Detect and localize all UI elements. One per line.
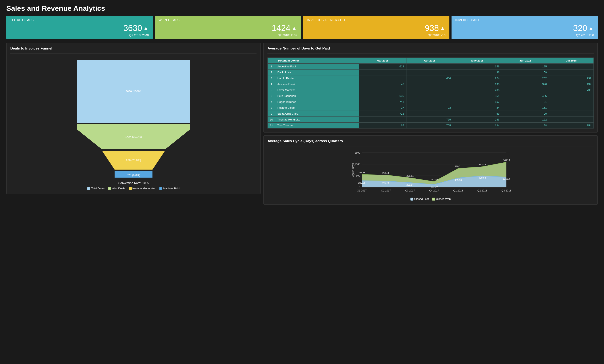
cell-value: 47 <box>359 81 406 87</box>
svg-text:320 (8.8%): 320 (8.8%) <box>127 174 140 177</box>
cell-value <box>549 93 594 99</box>
legend-label: Invoices Paid <box>163 187 179 190</box>
legend-label: Invoices Generated <box>132 187 156 190</box>
kpi-label: TOTAL DEALS <box>10 18 149 22</box>
table-header[interactable]: Mar 2018 <box>359 58 406 64</box>
row-name: Thomas Mondrake <box>275 117 359 123</box>
trend-up-icon: ▲ <box>440 25 446 32</box>
legend-swatch <box>129 187 132 190</box>
legend-item[interactable]: Won Deals <box>108 187 125 190</box>
svg-text:265.36: 265.36 <box>358 171 365 174</box>
kpi-subtext: Q2 2018: 2840 <box>10 34 149 37</box>
table-header[interactable]: Potential Owner↓ <box>275 58 359 64</box>
svg-text:0: 0 <box>359 186 360 189</box>
cell-value <box>549 99 594 105</box>
sales-cycle-card: Average Sales Cycle (Days) across Quarte… <box>264 136 598 204</box>
table-row[interactable]: 6Pete Zachariah605351485 <box>268 93 594 99</box>
cell-value: 351 <box>453 93 502 99</box>
row-name: Tina Thomas <box>275 123 359 128</box>
page-title: Sales and Revenue Analytics <box>6 4 598 13</box>
kpi-won-deals[interactable]: WON DEALS 1424▲ Q2 2018: 1107 <box>155 16 301 39</box>
svg-text:Q2 2017: Q2 2017 <box>381 189 391 192</box>
table-row[interactable]: 2David Love3659 <box>268 70 594 75</box>
svg-text:Q1 2017: Q1 2017 <box>357 189 367 192</box>
svg-text:Q3 2017: Q3 2017 <box>405 189 415 192</box>
row-name: Jasmine Frank <box>275 81 359 87</box>
legend-label: Closed Won <box>436 197 451 201</box>
cell-value <box>359 117 406 123</box>
cell-value: 69 <box>453 111 502 117</box>
row-name: David Love <box>275 70 359 75</box>
table-row[interactable]: 10Thomas Mondrake755255122 <box>268 117 594 123</box>
row-name: Harold Pawlan <box>275 75 359 81</box>
cell-value <box>549 105 594 111</box>
row-index: 7 <box>268 99 275 105</box>
svg-text:648.10: 648.10 <box>503 159 510 161</box>
svg-text:272.02: 272.02 <box>382 182 390 184</box>
legend-item[interactable]: Invoices Paid <box>159 187 179 190</box>
legend-label: Won Deals <box>112 187 125 190</box>
table-header[interactable]: May 2018 <box>453 58 502 64</box>
cell-value: 154 <box>549 123 594 128</box>
legend-item[interactable]: Closed Won <box>432 197 451 201</box>
table-row[interactable]: 3Harold Pawlan406224202297 <box>268 75 594 81</box>
cell-value: 159 <box>453 64 502 70</box>
svg-text:1424 (39.2%): 1424 (39.2%) <box>125 135 142 138</box>
sort-desc-icon: ↓ <box>300 59 302 62</box>
row-index: 3 <box>268 75 275 81</box>
cell-value <box>406 70 453 75</box>
table-header[interactable]: Jul 2018 <box>549 58 594 64</box>
cell-value: 59 <box>502 70 549 75</box>
row-name: Rozario Diego <box>275 105 359 111</box>
cell-value: 34 <box>453 105 502 111</box>
table-row[interactable]: 1Augustine Paul612159125 <box>268 64 594 70</box>
cell-value: 151 <box>502 105 549 111</box>
kpi-value: 3630▲ <box>10 24 149 32</box>
svg-text:498.63: 498.63 <box>479 176 486 179</box>
kpi-invoices-generated[interactable]: INVOICES GENERATED 938▲ Q2 2018: 710 <box>303 16 449 39</box>
cell-value: 612 <box>359 64 406 70</box>
cell-value: 755 <box>406 117 453 123</box>
cell-value: 193 <box>453 81 502 87</box>
cell-value: 139 <box>549 81 594 87</box>
trend-up-icon: ▲ <box>143 25 149 32</box>
legend-item[interactable]: Total Deals <box>88 187 105 190</box>
svg-text:123.29: 123.29 <box>431 178 438 181</box>
cell-value: 297 <box>549 75 594 81</box>
kpi-row: TOTAL DEALS 3630▲ Q2 2018: 2840 WON DEAL… <box>6 16 598 39</box>
table-header[interactable]: Apr 2018 <box>406 58 453 64</box>
svg-text:287.38: 287.38 <box>358 182 365 184</box>
funnel-card: Deals to Invoices Funnel 3630 (100%)1424… <box>6 43 261 194</box>
table-row[interactable]: 8Rozario Diego279334151 <box>268 105 594 111</box>
cell-value <box>359 70 406 75</box>
row-index: 9 <box>268 111 275 117</box>
legend-item[interactable]: Closed Lost <box>410 197 429 201</box>
kpi-label: INVOICES GENERATED <box>307 18 446 22</box>
kpi-invoice-paid[interactable]: INVOICE PAID 320▲ Q2 2018: 250 <box>452 16 598 39</box>
row-index: 1 <box>268 64 275 70</box>
cell-value <box>406 81 453 87</box>
cell-value <box>406 87 453 93</box>
table-row[interactable]: 11Tina Thomas6775512498154 <box>268 123 594 128</box>
table-row[interactable]: 7Roger Terrence74815781 <box>268 99 594 105</box>
conversion-rate: Conversion Rate: 8.8% <box>118 181 149 185</box>
table-row[interactable]: 4Jasmine Frank47193396139 <box>268 81 594 87</box>
cell-value: 748 <box>359 99 406 105</box>
cell-value: 125 <box>502 64 549 70</box>
cell-value <box>359 87 406 93</box>
kpi-subtext: Q2 2018: 710 <box>307 34 446 37</box>
legend-item[interactable]: Invoices Generated <box>129 187 156 190</box>
svg-text:Q3 2018: Q3 2018 <box>502 189 511 192</box>
cell-value: 124 <box>453 123 502 128</box>
row-index: 5 <box>268 87 275 93</box>
table-row[interactable]: 5Lazar Mathew203739 <box>268 87 594 93</box>
cell-value: 81 <box>502 99 549 105</box>
table-header[interactable]: Jun 2018 <box>502 58 549 64</box>
cell-value: 27 <box>359 105 406 111</box>
row-index: 10 <box>268 117 275 123</box>
kpi-total-deals[interactable]: TOTAL DEALS 3630▲ Q2 2018: 2840 <box>6 16 153 39</box>
table-row[interactable]: 9Santa Cruz Clara7186990 <box>268 111 594 117</box>
cell-value: 605 <box>359 93 406 99</box>
cell-value: 255 <box>453 117 502 123</box>
cell-value: 485 <box>502 93 549 99</box>
